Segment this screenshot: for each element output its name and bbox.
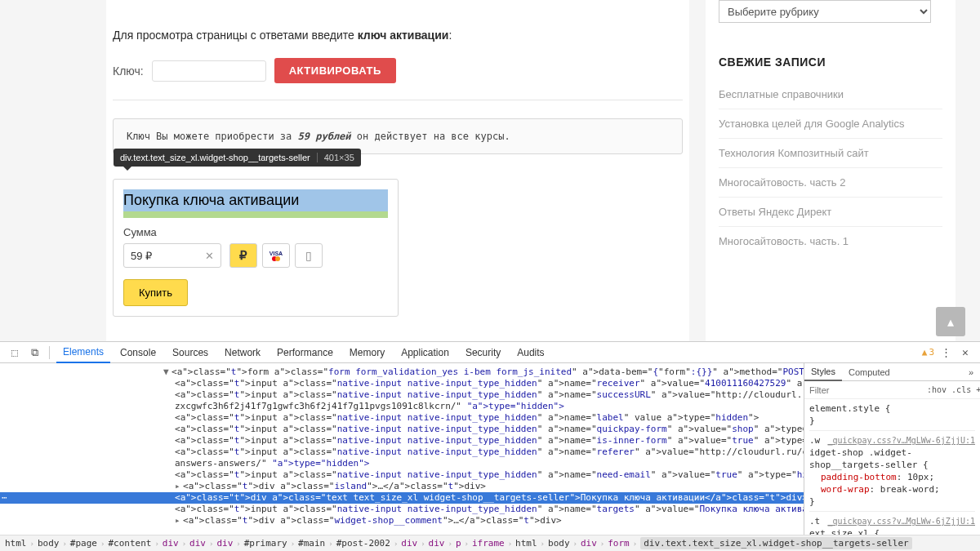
widget-title-highlighted: Покупка ключа активации	[123, 189, 388, 218]
pay-method-phone[interactable]: ▯	[295, 243, 323, 268]
post-link[interactable]: Технология Композитный сайт	[719, 147, 869, 159]
post-link[interactable]: Многосайтовость. часть. 1	[719, 235, 849, 247]
amount-input[interactable]: 59 ₽✕	[123, 243, 221, 268]
sum-label: Сумма	[123, 226, 388, 238]
post-link[interactable]: Многосайтовость. часть 2	[719, 176, 845, 189]
post-link[interactable]: Бесплатные справочники	[719, 88, 844, 100]
category-select[interactable]: Выберите рубрику	[719, 0, 931, 23]
pay-method-yoomoney[interactable]: ₽	[229, 243, 257, 268]
computed-tab[interactable]: Computed	[842, 364, 897, 380]
close-devtools-icon[interactable]: ✕	[957, 344, 973, 361]
key-input[interactable]	[152, 60, 266, 82]
main-content: Для просмотра страницы с ответами введит…	[106, 0, 689, 341]
tab-security[interactable]: Security	[459, 343, 507, 362]
inspect-tooltip: div.text.text_size_xl.widget-shop__targe…	[114, 149, 361, 167]
tab-performance[interactable]: Performance	[270, 343, 340, 362]
tab-application[interactable]: Application	[394, 343, 456, 362]
css-rules[interactable]: element.style { } _quickpay.css?v…MgLWw-…	[804, 399, 980, 535]
post-link[interactable]: Ответы Яндекс Директ	[719, 206, 831, 218]
tab-audits[interactable]: Audits	[510, 343, 550, 362]
styles-filter-input[interactable]	[809, 385, 922, 395]
tab-sources[interactable]: Sources	[166, 343, 215, 362]
new-style-rule-icon[interactable]: +	[976, 385, 980, 394]
scroll-to-top-button[interactable]: ▴	[936, 307, 965, 336]
inspect-element-icon[interactable]: ⬚	[7, 344, 23, 361]
key-label: Ключ:	[113, 64, 144, 78]
activation-row: Ключ: АКТИВИРОВАТЬ	[113, 58, 683, 100]
devtools-tabs: ⬚ ⧉ Elements Console Sources Network Per…	[0, 342, 980, 363]
tab-elements[interactable]: Elements	[56, 342, 110, 363]
sidebar: Выберите рубрику СВЕЖИЕ ЗАПИСИ Бесплатны…	[706, 0, 956, 341]
pay-method-card[interactable]: VISA	[262, 243, 290, 268]
breadcrumb[interactable]: html›body›#page›#content›div›div›div›#pr…	[0, 535, 980, 551]
device-toolbar-icon[interactable]: ⧉	[26, 344, 42, 361]
settings-icon[interactable]: ⋮	[938, 344, 954, 361]
recent-posts-list: Бесплатные справочники Установка целей д…	[719, 80, 942, 256]
dom-tree[interactable]: ▼<a">class="t">form a">class="form form_…	[0, 363, 804, 535]
sidebar-heading: СВЕЖИЕ ЗАПИСИ	[719, 56, 942, 69]
styles-panel: Styles Computed » :hov .cls + 📌 element.…	[804, 363, 980, 535]
instruction-text: Для просмотра страницы с ответами введит…	[113, 0, 683, 58]
cls-toggle[interactable]: .cls	[951, 385, 971, 394]
activate-button[interactable]: АКТИВИРОВАТЬ	[274, 58, 396, 83]
post-link[interactable]: Установка целей для Google Analytics	[719, 118, 905, 130]
tab-network[interactable]: Network	[218, 343, 267, 362]
warnings-badge[interactable]: ▲3	[922, 347, 934, 358]
payment-widget: div.text.text_size_xl.widget-shop__targe…	[113, 179, 399, 317]
more-tabs-icon[interactable]: »	[962, 367, 980, 377]
devtools-panel: ⬚ ⧉ Elements Console Sources Network Per…	[0, 341, 980, 551]
clear-amount-icon[interactable]: ✕	[205, 250, 214, 262]
tab-memory[interactable]: Memory	[343, 343, 391, 362]
styles-tab[interactable]: Styles	[804, 363, 842, 381]
tab-console[interactable]: Console	[114, 343, 163, 362]
buy-button[interactable]: Купить	[123, 279, 188, 306]
hov-toggle[interactable]: :hov	[927, 385, 947, 394]
